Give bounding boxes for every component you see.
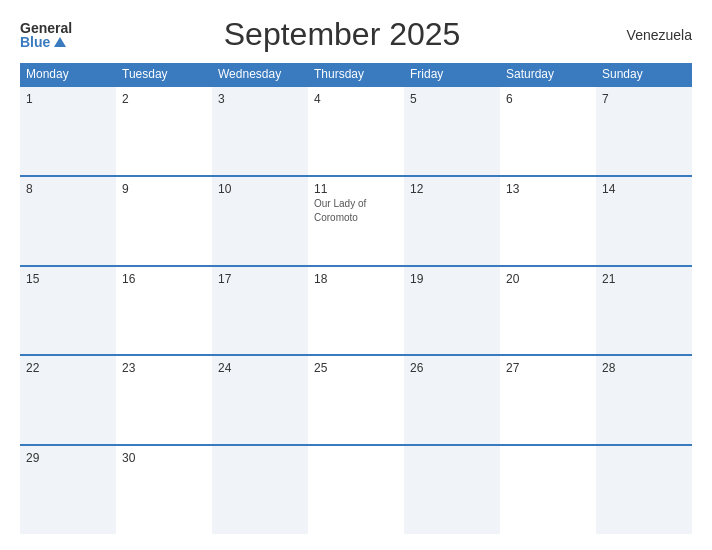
day-cell: 25 <box>308 356 404 444</box>
day-cell: 7 <box>596 87 692 175</box>
day-cell: 6 <box>500 87 596 175</box>
day-headers-row: MondayTuesdayWednesdayThursdayFridaySatu… <box>20 63 692 85</box>
day-number: 20 <box>506 272 590 286</box>
day-cell: 29 <box>20 446 116 534</box>
day-number: 7 <box>602 92 686 106</box>
day-cell: 11Our Lady of Coromoto <box>308 177 404 265</box>
day-number: 12 <box>410 182 494 196</box>
week-row: 22232425262728 <box>20 354 692 444</box>
day-header-sunday: Sunday <box>596 63 692 85</box>
day-number: 28 <box>602 361 686 375</box>
day-number: 25 <box>314 361 398 375</box>
day-number: 11 <box>314 182 398 196</box>
day-number: 4 <box>314 92 398 106</box>
day-cell: 3 <box>212 87 308 175</box>
day-cell <box>404 446 500 534</box>
week-row: 15161718192021 <box>20 265 692 355</box>
day-number: 27 <box>506 361 590 375</box>
day-number: 16 <box>122 272 206 286</box>
day-number: 30 <box>122 451 206 465</box>
day-cell <box>500 446 596 534</box>
day-number: 2 <box>122 92 206 106</box>
day-cell: 19 <box>404 267 500 355</box>
day-number: 19 <box>410 272 494 286</box>
day-number: 9 <box>122 182 206 196</box>
day-cell: 1 <box>20 87 116 175</box>
logo-triangle-icon <box>54 37 66 47</box>
day-cell: 22 <box>20 356 116 444</box>
day-number: 6 <box>506 92 590 106</box>
day-header-tuesday: Tuesday <box>116 63 212 85</box>
day-cell <box>212 446 308 534</box>
day-number: 29 <box>26 451 110 465</box>
day-cell: 4 <box>308 87 404 175</box>
day-header-wednesday: Wednesday <box>212 63 308 85</box>
logo-blue-text: Blue <box>20 35 72 49</box>
day-number: 24 <box>218 361 302 375</box>
day-number: 23 <box>122 361 206 375</box>
day-cell: 13 <box>500 177 596 265</box>
day-cell: 23 <box>116 356 212 444</box>
week-row: 2930 <box>20 444 692 534</box>
day-cell: 2 <box>116 87 212 175</box>
day-cell: 15 <box>20 267 116 355</box>
day-cell: 10 <box>212 177 308 265</box>
day-cell: 5 <box>404 87 500 175</box>
day-cell: 20 <box>500 267 596 355</box>
day-number: 26 <box>410 361 494 375</box>
day-cell: 17 <box>212 267 308 355</box>
day-number: 1 <box>26 92 110 106</box>
day-number: 14 <box>602 182 686 196</box>
day-cell: 21 <box>596 267 692 355</box>
page-title: September 2025 <box>72 16 612 53</box>
day-header-thursday: Thursday <box>308 63 404 85</box>
logo: General Blue <box>20 21 72 49</box>
day-number: 13 <box>506 182 590 196</box>
day-number: 10 <box>218 182 302 196</box>
day-cell <box>308 446 404 534</box>
day-cell: 28 <box>596 356 692 444</box>
day-cell <box>596 446 692 534</box>
day-number: 3 <box>218 92 302 106</box>
day-cell: 18 <box>308 267 404 355</box>
day-number: 15 <box>26 272 110 286</box>
day-number: 22 <box>26 361 110 375</box>
day-cell: 16 <box>116 267 212 355</box>
day-number: 18 <box>314 272 398 286</box>
week-row: 891011Our Lady of Coromoto121314 <box>20 175 692 265</box>
day-number: 17 <box>218 272 302 286</box>
day-number: 5 <box>410 92 494 106</box>
day-cell: 8 <box>20 177 116 265</box>
day-header-friday: Friday <box>404 63 500 85</box>
day-cell: 12 <box>404 177 500 265</box>
day-cell: 9 <box>116 177 212 265</box>
country-label: Venezuela <box>612 27 692 43</box>
week-row: 1234567 <box>20 85 692 175</box>
day-cell: 30 <box>116 446 212 534</box>
day-cell: 26 <box>404 356 500 444</box>
calendar-header: General Blue September 2025 Venezuela <box>20 16 692 53</box>
day-cell: 14 <box>596 177 692 265</box>
calendar: MondayTuesdayWednesdayThursdayFridaySatu… <box>20 63 692 534</box>
day-cell: 27 <box>500 356 596 444</box>
day-number: 21 <box>602 272 686 286</box>
logo-general-text: General <box>20 21 72 35</box>
day-header-saturday: Saturday <box>500 63 596 85</box>
day-event-label: Our Lady of Coromoto <box>314 198 366 223</box>
day-header-monday: Monday <box>20 63 116 85</box>
day-cell: 24 <box>212 356 308 444</box>
day-number: 8 <box>26 182 110 196</box>
calendar-weeks: 1234567891011Our Lady of Coromoto1213141… <box>20 85 692 534</box>
